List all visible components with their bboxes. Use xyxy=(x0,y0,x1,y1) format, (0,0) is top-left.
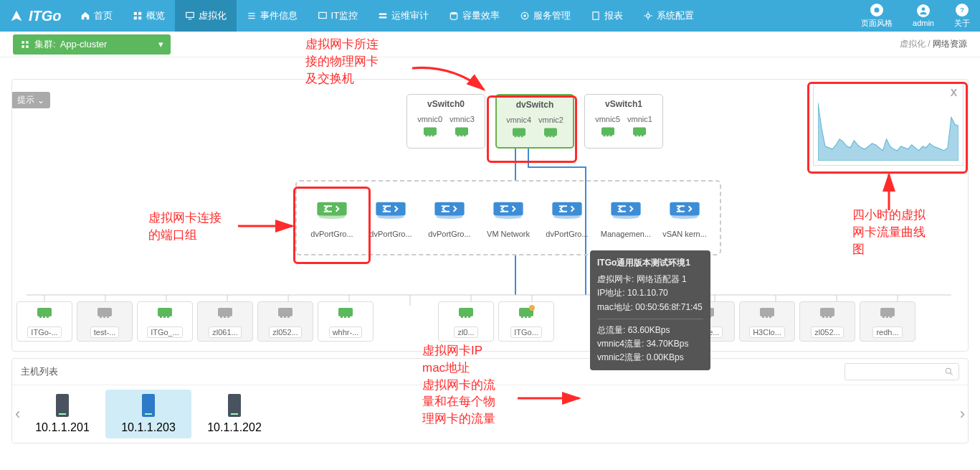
close-icon[interactable]: X xyxy=(951,87,957,98)
nic-card[interactable]: zl0... xyxy=(438,301,494,342)
nic-card[interactable]: ITGo-... xyxy=(16,301,72,342)
nic-card[interactable]: zl052... xyxy=(257,301,313,342)
nic-card[interactable]: redh... xyxy=(860,301,915,342)
switch-icon xyxy=(609,198,642,220)
svg-rect-90 xyxy=(280,315,282,318)
switch-vSwitch1[interactable]: vSwitch1vmnic5vmnic1 xyxy=(584,94,663,149)
svg-rect-15 xyxy=(593,12,599,20)
switch-dvSwitch[interactable]: dvSwitchvmnic4vmnic2 xyxy=(495,94,574,149)
svg-rect-49 xyxy=(550,135,552,138)
cluster-name: App-cluster xyxy=(60,39,108,50)
portgroup-item[interactable]: VM Network xyxy=(480,198,537,238)
svg-rect-53 xyxy=(606,134,609,137)
service-icon xyxy=(520,11,530,21)
host-list-body: ‹ › 10.1.1.20110.1.1.20310.1.1.202 xyxy=(12,385,968,443)
nav-item-list[interactable]: 事件信息 xyxy=(237,0,308,32)
portgroup-item[interactable]: dvPortGro... xyxy=(538,198,596,238)
help-icon: ? xyxy=(956,4,969,17)
svg-rect-95 xyxy=(344,315,346,318)
svg-line-135 xyxy=(951,373,953,375)
svg-rect-38 xyxy=(432,134,434,137)
nav-item-db[interactable]: 容量效率 xyxy=(439,0,510,32)
nav-item-report[interactable]: 报表 xyxy=(581,0,633,32)
screen-icon xyxy=(318,11,328,21)
tooltip-title: ITGo通用版本测试环境1 xyxy=(597,256,703,270)
prev-arrow-icon[interactable]: ‹ xyxy=(15,405,20,423)
switch-vSwitch0[interactable]: vSwitch0vmnic0vmnic3 xyxy=(406,94,485,149)
host-item[interactable]: 10.1.1.202 xyxy=(191,390,277,438)
portgroup-item[interactable]: dvPortGro... xyxy=(303,198,361,238)
nav-item-home[interactable]: 首页 xyxy=(70,0,123,32)
svg-rect-9 xyxy=(318,12,326,18)
svg-rect-104 xyxy=(468,315,470,318)
svg-rect-46 xyxy=(520,135,523,138)
nic-row: ITGo-...test-...ITGo_...zl061...zl052...… xyxy=(12,296,968,347)
search-input[interactable] xyxy=(845,363,959,380)
server-icon xyxy=(56,394,69,417)
svg-rect-71 xyxy=(670,202,699,215)
svg-point-70 xyxy=(612,215,639,219)
svg-point-14 xyxy=(523,14,526,17)
nic-card[interactable]: H3Clo... xyxy=(739,301,795,342)
switches-row: vSwitch0vmnic0vmnic3dvSwitchvmnic4vmnic2… xyxy=(406,94,663,149)
nav-item-screen[interactable]: IT监控 xyxy=(308,0,368,32)
nav-item-audit[interactable]: 运维审计 xyxy=(368,0,439,32)
svg-rect-11 xyxy=(379,17,387,18)
portgroup-item[interactable]: vSAN kern... xyxy=(656,198,713,238)
svg-rect-58 xyxy=(642,134,644,137)
nav-right-palette[interactable]: 页面风格 xyxy=(851,4,903,29)
palette-icon xyxy=(870,4,883,17)
svg-rect-48 xyxy=(546,135,548,138)
svg-point-60 xyxy=(318,215,346,219)
svg-rect-123 xyxy=(762,315,764,318)
nic-card[interactable]: ITGo_... xyxy=(137,301,193,342)
logo-text: ITGo xyxy=(29,8,62,24)
svg-rect-96 xyxy=(348,315,350,318)
report-icon xyxy=(591,11,601,21)
host-item[interactable]: 10.1.1.203 xyxy=(105,390,191,438)
svg-rect-108 xyxy=(528,315,531,318)
svg-rect-107 xyxy=(525,315,527,318)
audit-icon xyxy=(378,11,388,21)
host-item[interactable]: 10.1.1.201 xyxy=(19,390,105,438)
svg-rect-94 xyxy=(341,315,343,318)
nav-item-grid[interactable]: 概览 xyxy=(123,0,175,32)
nic-card[interactable]: zl061... xyxy=(197,301,253,342)
nav-item-monitor[interactable]: 虚拟化 xyxy=(175,0,237,32)
nav-item-service[interactable]: 服务管理 xyxy=(510,0,581,32)
nav-right-help[interactable]: ?关于 xyxy=(944,4,980,29)
cluster-select[interactable]: 集群: App-cluster ▾ xyxy=(13,34,171,55)
nav-right-user[interactable]: admin xyxy=(903,4,944,27)
host-list: 主机列表 ‹ › 10.1.1.20110.1.1.20310.1.1.202 xyxy=(11,358,969,443)
svg-rect-69 xyxy=(611,202,640,215)
svg-rect-45 xyxy=(518,135,520,138)
nic-card[interactable]: whhr-... xyxy=(318,301,374,342)
nic-card[interactable]: test-... xyxy=(77,301,133,342)
svg-rect-78 xyxy=(100,315,102,318)
svg-point-134 xyxy=(946,368,951,373)
svg-rect-3 xyxy=(138,17,141,19)
svg-rect-56 xyxy=(635,134,637,137)
svg-rect-92 xyxy=(287,315,290,318)
svg-rect-57 xyxy=(639,134,641,137)
svg-rect-106 xyxy=(521,315,523,318)
nic-card[interactable]: zl052... xyxy=(799,301,855,342)
svg-point-12 xyxy=(450,12,457,15)
svg-rect-82 xyxy=(160,315,162,318)
next-arrow-icon[interactable]: › xyxy=(960,405,965,423)
home-icon xyxy=(80,11,90,21)
nav-item-gear[interactable]: 系统配置 xyxy=(633,0,704,32)
svg-rect-133 xyxy=(890,315,892,318)
top-nav: ITGo 首页概览虚拟化事件信息IT监控运维审计容量效率服务管理报表系统配置 页… xyxy=(0,0,980,32)
svg-rect-42 xyxy=(464,134,466,137)
cluster-icon xyxy=(20,39,30,50)
svg-rect-37 xyxy=(429,134,431,137)
svg-rect-91 xyxy=(284,315,286,318)
svg-rect-80 xyxy=(107,315,109,318)
portgroup-item[interactable]: dvPortGro... xyxy=(362,198,419,238)
portgroup-item[interactable]: Managemen... xyxy=(597,198,655,238)
svg-point-16 xyxy=(647,14,650,18)
nic-card[interactable]: ITGo... xyxy=(498,301,554,342)
svg-rect-83 xyxy=(163,315,166,318)
portgroup-item[interactable]: dvPortGro... xyxy=(421,198,478,238)
